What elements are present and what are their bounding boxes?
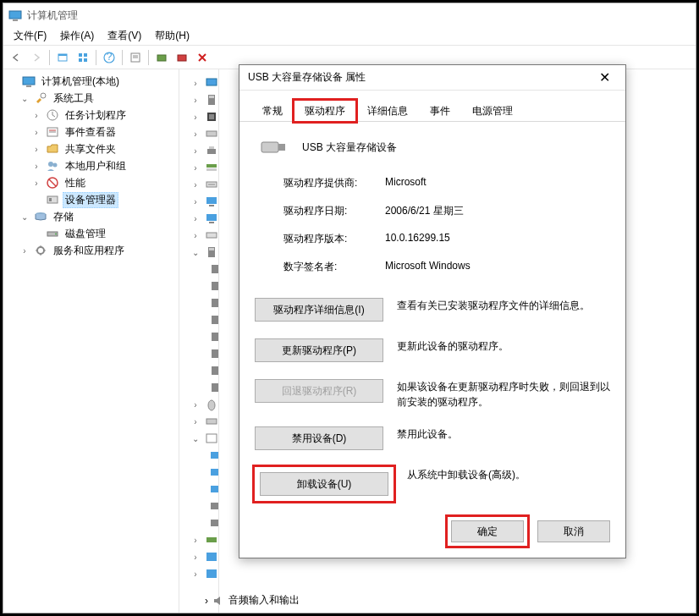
update-driver-button[interactable]: 更新驱动程序(P) xyxy=(255,338,383,362)
red-button[interactable] xyxy=(173,48,191,67)
driver-details-desc: 查看有关已安装驱动程序文件的详细信息。 xyxy=(397,298,610,313)
disable-device-desc: 禁用此设备。 xyxy=(397,426,610,442)
forward-button[interactable] xyxy=(27,48,46,67)
expand-icon[interactable]: › xyxy=(190,146,201,156)
svg-rect-15 xyxy=(23,77,35,85)
signer-label: 数字签名者: xyxy=(283,260,385,274)
expand-icon[interactable]: › xyxy=(190,536,201,545)
device-header: USB 大容量存储设备 xyxy=(260,139,610,156)
expand-icon[interactable]: › xyxy=(30,179,42,188)
monitor-icon xyxy=(205,212,218,225)
svg-rect-37 xyxy=(207,149,216,154)
svg-rect-49 xyxy=(209,248,214,250)
up-button[interactable] xyxy=(53,48,72,67)
storage-icon xyxy=(34,210,47,223)
driver-details-button[interactable]: 驱动程序详细信息(I) xyxy=(255,298,383,322)
tree-performance[interactable]: ›性能 xyxy=(27,174,179,191)
expand-icon[interactable]: › xyxy=(190,96,201,105)
menu-help[interactable]: 帮助(H) xyxy=(148,27,196,45)
uninstall-device-desc: 从系统中卸载设备(高级)。 xyxy=(407,467,610,482)
tree-shared-folders[interactable]: ›共享文件夹 xyxy=(27,140,179,157)
tree-root[interactable]: 计算机管理(本地) ⌄系统工具 ›任务计划程序 ›事件查看器 ›共享文件夹 ›本… xyxy=(3,73,179,259)
menu-view[interactable]: 查看(V) xyxy=(101,27,148,45)
device-category[interactable]: › xyxy=(186,565,696,582)
collapse-icon[interactable]: ⌄ xyxy=(190,434,201,443)
tab-details[interactable]: 详细信息 xyxy=(356,100,419,122)
expand-icon[interactable]: › xyxy=(30,111,42,120)
software-device-icon xyxy=(205,432,218,445)
svg-rect-47 xyxy=(206,233,217,238)
tab-events[interactable]: 事件 xyxy=(419,100,461,122)
svg-point-29 xyxy=(55,234,57,235)
tab-power[interactable]: 电源管理 xyxy=(461,100,524,122)
sidebar-tree: 计算机管理(本地) ⌄系统工具 ›任务计划程序 ›事件查看器 ›共享文件夹 ›本… xyxy=(3,69,179,613)
expand-icon[interactable]: › xyxy=(190,180,201,190)
tree-event-viewer[interactable]: ›事件查看器 xyxy=(27,124,179,140)
tree-services-apps[interactable]: ›服务和应用程序 xyxy=(15,242,179,259)
properties-button[interactable] xyxy=(126,48,145,67)
expand-icon[interactable]: › xyxy=(190,231,201,240)
date-value: 2006/6/21 星期三 xyxy=(385,204,610,218)
tree-storage[interactable]: ⌄存储 磁盘管理 xyxy=(15,208,179,242)
collapse-icon[interactable]: ⌄ xyxy=(19,94,30,103)
back-button[interactable] xyxy=(7,48,25,67)
expand-icon[interactable]: › xyxy=(190,214,201,223)
collapse-icon[interactable]: ⌄ xyxy=(190,248,201,257)
scan-button[interactable] xyxy=(152,48,171,67)
column-divider[interactable] xyxy=(218,69,219,613)
expand-icon[interactable]: › xyxy=(190,569,201,579)
tree-system-tools[interactable]: ⌄系统工具 ›任务计划程序 ›事件查看器 ›共享文件夹 ›本地用户和组 ›性能 … xyxy=(15,90,179,208)
expand-icon[interactable]: › xyxy=(190,163,201,173)
expand-icon[interactable]: › xyxy=(30,162,42,171)
tree-device-manager[interactable]: 设备管理器 xyxy=(27,191,179,208)
delete-button[interactable] xyxy=(193,48,212,67)
svg-rect-46 xyxy=(209,222,214,223)
expand-icon[interactable]: › xyxy=(19,246,30,256)
version-label: 驱动程序版本: xyxy=(283,232,385,246)
view-button[interactable] xyxy=(74,48,92,67)
svg-rect-33 xyxy=(209,96,214,98)
svg-rect-4 xyxy=(79,53,82,57)
rollback-driver-button: 回退驱动程序(R) xyxy=(255,379,383,403)
tab-general[interactable]: 常规 xyxy=(251,100,294,122)
svg-rect-7 xyxy=(84,58,87,62)
ok-button[interactable]: 确定 xyxy=(451,520,524,542)
close-button[interactable]: ✕ xyxy=(592,68,617,88)
tree-local-users[interactable]: ›本地用户和组 xyxy=(27,157,179,174)
tab-driver[interactable]: 驱动程序 xyxy=(294,100,356,122)
dialog-footer: 确定 取消 xyxy=(448,517,610,546)
expand-icon[interactable]: › xyxy=(30,145,42,154)
provider-value: Microsoft xyxy=(385,176,610,190)
tree-task-scheduler[interactable]: ›任务计划程序 xyxy=(27,107,179,124)
cancel-button[interactable]: 取消 xyxy=(537,520,610,542)
expand-icon[interactable]: › xyxy=(190,417,201,426)
collapse-icon[interactable]: ⌄ xyxy=(19,212,30,222)
expand-icon[interactable]: › xyxy=(190,129,201,139)
svg-point-30 xyxy=(37,247,44,254)
expand-icon[interactable]: › xyxy=(30,128,42,137)
svg-rect-40 xyxy=(206,168,217,171)
svg-rect-66 xyxy=(206,537,217,542)
expand-icon[interactable]: › xyxy=(190,400,201,410)
expand-icon[interactable]: › xyxy=(190,553,201,562)
expand-icon[interactable]: › xyxy=(190,197,201,206)
svg-rect-45 xyxy=(206,214,217,221)
tree-disk-mgmt[interactable]: 磁盘管理 xyxy=(27,225,179,242)
event-icon xyxy=(46,125,59,139)
disable-device-button[interactable]: 禁用设备(D) xyxy=(255,426,383,450)
highlight-box: 卸载设备(U) xyxy=(255,467,394,501)
software-icon xyxy=(208,482,222,496)
hid-icon xyxy=(205,415,218,428)
svg-rect-14 xyxy=(178,55,186,61)
help-button[interactable]: ? xyxy=(100,48,118,67)
device-category-audio[interactable]: › 音频输入和输出 xyxy=(205,593,300,608)
expand-icon[interactable]: › xyxy=(205,595,208,607)
menu-action[interactable]: 操作(A) xyxy=(53,27,101,45)
expand-icon[interactable]: › xyxy=(190,79,201,88)
uninstall-device-button[interactable]: 卸载设备(U) xyxy=(260,472,388,496)
svg-rect-5 xyxy=(84,53,87,57)
expand-icon[interactable]: › xyxy=(190,113,201,122)
svg-rect-68 xyxy=(206,569,217,578)
disk-icon xyxy=(46,227,59,240)
menu-file[interactable]: 文件(F) xyxy=(7,27,53,45)
